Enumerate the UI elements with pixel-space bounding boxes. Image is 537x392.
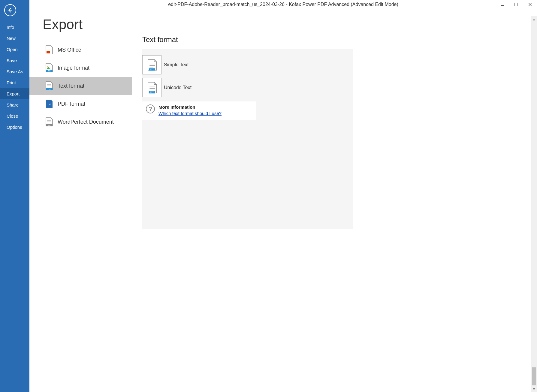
option-icon-box: TXT — [142, 78, 161, 97]
main-area: Export O MS Office IMG Image format TXT … — [29, 0, 537, 392]
more-info-title: More Information — [158, 104, 222, 110]
question-icon: ? — [146, 104, 155, 113]
format-item-label: MS Office — [58, 47, 81, 53]
export-detail-column: Text format TXT Simple Text TXT Unicode … — [132, 9, 537, 392]
svg-rect-1 — [515, 3, 518, 6]
option-simple-text[interactable]: TXT Simple Text — [142, 53, 353, 76]
format-item-wordperfect[interactable]: WP WordPerfect Document — [29, 113, 132, 131]
title-bar: edit-PDF-Adobe-Reader_broad-match_us_202… — [29, 0, 537, 9]
format-item-text[interactable]: TXT Text format — [29, 77, 132, 95]
back-button[interactable] — [4, 4, 16, 16]
export-format-column: Export O MS Office IMG Image format TXT … — [29, 9, 132, 392]
svg-rect-0 — [501, 5, 504, 6]
window-title: edit-PDF-Adobe-Reader_broad-match_us_202… — [168, 2, 398, 7]
txt-icon: TXT — [44, 81, 53, 91]
image-icon: IMG — [44, 63, 53, 73]
maximize-icon — [514, 3, 518, 6]
scroll-up-arrow[interactable]: ▴ — [531, 16, 537, 22]
minimize-button[interactable] — [496, 0, 509, 9]
sidebar-item-new[interactable]: New — [0, 33, 29, 44]
close-button[interactable] — [523, 0, 537, 9]
sidebar-item-print[interactable]: Print — [0, 77, 29, 88]
sidebar-item-export[interactable]: Export — [0, 88, 29, 99]
svg-text:IMG: IMG — [48, 70, 51, 72]
more-information-box: ? More Information Which text format sho… — [142, 101, 256, 120]
sidebar-item-saveas[interactable]: Save As — [0, 66, 29, 77]
detail-panel: TXT Simple Text TXT Unicode Text ? More … — [142, 49, 353, 229]
sidebar-item-open[interactable]: Open — [0, 44, 29, 55]
sidebar-item-save[interactable]: Save — [0, 55, 29, 66]
sidebar-item-label: Share — [7, 102, 19, 107]
detail-title: Text format — [142, 35, 537, 44]
sidebar-item-close[interactable]: Close — [0, 110, 29, 122]
svg-text:O: O — [48, 52, 49, 53]
svg-text:TXT: TXT — [150, 68, 154, 71]
sidebar-item-label: Save As — [7, 69, 23, 74]
window-controls — [496, 0, 537, 9]
format-item-label: WordPerfect Document — [58, 119, 114, 125]
sidebar-item-share[interactable]: Share — [0, 99, 29, 110]
sidebar-item-label: Export — [7, 91, 20, 96]
maximize-button[interactable] — [509, 0, 523, 9]
sidebar-item-label: Options — [7, 125, 22, 130]
sidebar-item-label: Close — [7, 113, 18, 119]
option-unicode-text[interactable]: TXT Unicode Text — [142, 76, 353, 99]
minimize-icon — [501, 3, 504, 6]
msoffice-icon: O — [44, 45, 53, 55]
close-icon — [528, 3, 532, 6]
backstage-sidebar: Info New Open Save Save As Print Export … — [0, 0, 29, 392]
format-item-label: Image format — [58, 65, 89, 71]
txt-file-icon: TXT — [146, 81, 157, 94]
svg-text:TXT: TXT — [150, 91, 154, 93]
txt-file-icon: TXT — [146, 59, 157, 71]
svg-text:WP: WP — [48, 125, 51, 126]
format-item-image[interactable]: IMG Image format — [29, 59, 132, 77]
sidebar-item-label: New — [7, 36, 16, 41]
scroll-thumb[interactable] — [532, 367, 536, 385]
sidebar-item-label: Print — [7, 80, 16, 85]
sidebar-item-label: Save — [7, 58, 17, 63]
format-item-pdf[interactable]: .pdf PDF format — [29, 95, 132, 113]
option-label: Simple Text — [164, 62, 189, 68]
arrow-left-icon — [7, 7, 13, 13]
option-icon-box: TXT — [142, 55, 161, 74]
sidebar-item-label: Info — [7, 25, 14, 30]
format-item-label: Text format — [58, 83, 84, 89]
wp-icon: WP — [44, 117, 53, 127]
vertical-scrollbar[interactable]: ▴ ▾ — [531, 16, 537, 392]
page-title: Export — [43, 16, 132, 32]
more-text-group: More Information Which text format shoul… — [158, 104, 222, 116]
sidebar-item-label: Open — [7, 47, 18, 52]
format-item-msoffice[interactable]: O MS Office — [29, 41, 132, 59]
more-info-link[interactable]: Which text format should I use? — [158, 111, 222, 116]
scroll-down-arrow[interactable]: ▾ — [531, 386, 537, 392]
sidebar-item-info[interactable]: Info — [0, 22, 29, 33]
svg-text:TXT: TXT — [48, 89, 50, 90]
svg-text:.pdf: .pdf — [47, 103, 51, 106]
sidebar-item-options[interactable]: Options — [0, 122, 29, 133]
app-root: edit-PDF-Adobe-Reader_broad-match_us_202… — [0, 0, 537, 392]
pdf-icon: .pdf — [44, 99, 53, 109]
option-label: Unicode Text — [164, 85, 192, 90]
format-item-label: PDF format — [58, 101, 85, 107]
